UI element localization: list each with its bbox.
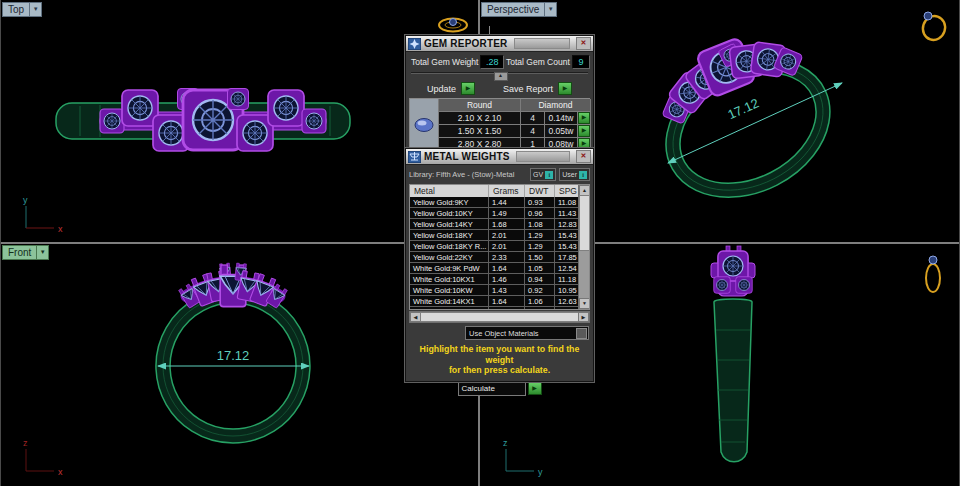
gem-thumbnail	[410, 99, 439, 151]
calculate-row: Calculate ▶	[406, 382, 593, 396]
gem-reporter-titlebar[interactable]: GEM REPORTER ✕	[406, 36, 593, 52]
instruction-line-1: Highlight the item you want to find the …	[406, 344, 593, 365]
dwt-cell: 1.50	[524, 252, 554, 262]
update-label: Update	[427, 84, 456, 94]
metal-cell: White Gold:10KX1	[410, 274, 488, 284]
save-report-button[interactable]: ▶	[558, 82, 572, 95]
gem-reporter-panel: GEM REPORTER ✕ Total Gem Weight .28 Tota…	[405, 35, 594, 149]
dropdown-value: Use Object Materials	[469, 329, 539, 338]
metal-row[interactable]: Yellow Gold:22KY 2.33 1.50 17.85	[410, 252, 589, 263]
close-icon[interactable]: ✕	[576, 150, 591, 163]
metal-cell: Yellow Gold:10KY	[410, 208, 488, 218]
chevron-down-icon[interactable]: ▼	[37, 245, 49, 260]
gem-count-cell: 4	[521, 125, 545, 138]
horizontal-scrollbar[interactable]: ◀ ▶	[409, 311, 590, 323]
scroll-down-icon[interactable]: ▼	[579, 298, 590, 309]
viewport-label-top[interactable]: Top ▼	[2, 2, 42, 17]
metal-weights-panel: METAL WEIGHTS ✕ Library: Fifth Ave - (St…	[405, 148, 594, 382]
metal-cell: Yellow Gold:18KY	[410, 230, 488, 240]
metal-cell: White Gold:14K PdW	[410, 307, 488, 310]
metal-cell: Yellow Gold:22KY	[410, 252, 488, 262]
chevron-down-icon[interactable]: ▼	[545, 2, 557, 17]
instruction-line-2: for then press calculate.	[406, 365, 593, 376]
viewport-label-front[interactable]: Front ▼	[2, 245, 49, 260]
collapse-toggle-icon[interactable]: ▲	[494, 72, 508, 81]
gv-label: GV	[533, 171, 543, 178]
col-grams[interactable]: Grams	[488, 185, 524, 197]
dwt-cell: 1.20	[524, 307, 554, 310]
metal-row[interactable]: Yellow Gold:9KY 1.44 0.93 11.08	[410, 197, 589, 208]
titlebar-handle	[516, 151, 570, 162]
gem-type-header: Diamond	[521, 99, 591, 112]
total-gem-weight-label: Total Gem Weight	[409, 57, 480, 67]
grams-cell: 1.46	[488, 274, 524, 284]
total-gem-count-value[interactable]: 9	[572, 55, 590, 69]
calculate-go-button[interactable]: ▶	[528, 382, 542, 395]
metal-row[interactable]: White Gold:14KX1 1.64 1.06 12.63	[410, 296, 589, 307]
grams-cell: 1.68	[488, 219, 524, 229]
viewport-title: Top	[2, 2, 30, 17]
scrollbar-thumb[interactable]	[420, 312, 579, 322]
gem-summary-table: Round Diamond 2.10 X 2.10 4 0.14tw ▶ 1.5…	[409, 98, 590, 152]
gem-weight-cell: 0.14tw	[545, 112, 578, 125]
scrollbar-thumb[interactable]	[579, 195, 590, 251]
round-gem-icon	[412, 116, 436, 134]
use-object-materials-dropdown[interactable]: Use Object Materials	[465, 326, 589, 340]
jewelry-cad-workspace: { "viewports": { "top": { "label": "Top"…	[0, 0, 960, 486]
metal-row[interactable]: White Gold:10KW 1.43 0.92 10.95	[410, 285, 589, 296]
metal-weights-titlebar[interactable]: METAL WEIGHTS ✕	[406, 149, 593, 165]
gem-row-select-button[interactable]: ▶	[578, 125, 590, 137]
metal-row[interactable]: Yellow Gold:18KY 2.01 1.29 15.43	[410, 230, 589, 241]
metal-cell: Yellow Gold:9KY	[410, 197, 488, 207]
dwt-cell: 1.08	[524, 219, 554, 229]
dwt-cell: 0.96	[524, 208, 554, 218]
grams-cell: 1.87	[488, 307, 524, 310]
viewport-label-perspective[interactable]: Perspective ▼	[481, 2, 557, 17]
metal-cell: White Gold:14KX1	[410, 296, 488, 306]
info-icon[interactable]: i	[545, 171, 553, 179]
grams-cell: 1.44	[488, 197, 524, 207]
calculate-button[interactable]: Calculate	[458, 382, 526, 396]
metal-row[interactable]: Yellow Gold:18KY R... 2.01 1.29 15.43	[410, 241, 589, 252]
grams-cell: 2.33	[488, 252, 524, 262]
metal-weights-table: Metal Grams DWT SPG Yellow Gold:9KY 1.44…	[409, 184, 590, 310]
metal-weights-icon	[408, 151, 421, 163]
grams-cell: 1.49	[488, 208, 524, 218]
dwt-cell: 1.05	[524, 263, 554, 273]
gem-shape-header: Round	[439, 99, 521, 112]
gem-row-select-button[interactable]: ▶	[578, 112, 590, 124]
vertical-scrollbar[interactable]: ▲ ▼	[578, 185, 589, 309]
dwt-cell: 0.92	[524, 285, 554, 295]
dropdown-button-icon[interactable]	[576, 328, 587, 339]
titlebar-handle	[514, 38, 570, 49]
metal-row[interactable]: White Gold:10KX1 1.46 0.94 11.18	[410, 274, 589, 285]
gem-reporter-icon	[408, 38, 421, 50]
viewport-title: Perspective	[481, 2, 545, 17]
gem-size-cell[interactable]: 2.10 X 2.10	[439, 112, 521, 125]
gem-weight-cell: 0.05tw	[545, 125, 578, 138]
col-metal[interactable]: Metal	[410, 185, 488, 197]
metal-row[interactable]: Yellow Gold:10KY 1.49 0.96 11.43	[410, 208, 589, 219]
metal-row[interactable]: White Gold:9K PdW 1.64 1.05 12.54	[410, 263, 589, 274]
library-label: Library: Fifth Ave - (Stow)-Metal	[409, 170, 527, 179]
gv-library-button[interactable]: GV i	[530, 168, 556, 181]
chevron-down-icon[interactable]: ▼	[30, 2, 42, 17]
update-button[interactable]: ▶	[461, 82, 475, 95]
gem-count-cell: 4	[521, 112, 545, 125]
user-library-button[interactable]: User i	[559, 168, 590, 181]
dwt-cell: 1.29	[524, 241, 554, 251]
metal-row[interactable]: White Gold:14K PdW 1.87 1.20 14.33	[410, 307, 589, 310]
col-dwt[interactable]: DWT	[524, 185, 554, 197]
scroll-right-icon[interactable]: ▶	[578, 312, 589, 322]
viewport-title: Front	[2, 245, 37, 260]
panel-splitter: ▲	[411, 72, 588, 79]
save-report-label: Save Report	[503, 84, 553, 94]
close-icon[interactable]: ✕	[576, 37, 591, 50]
metal-row[interactable]: Yellow Gold:14KY 1.68 1.08 12.83	[410, 219, 589, 230]
info-icon[interactable]: i	[579, 171, 587, 179]
dwt-cell: 0.94	[524, 274, 554, 284]
total-gem-weight-value[interactable]: .28	[480, 55, 504, 69]
panel-title: METAL WEIGHTS	[424, 151, 510, 162]
gem-size-cell[interactable]: 1.50 X 1.50	[439, 125, 521, 138]
materials-dropdown-row: Use Object Materials	[406, 323, 593, 341]
